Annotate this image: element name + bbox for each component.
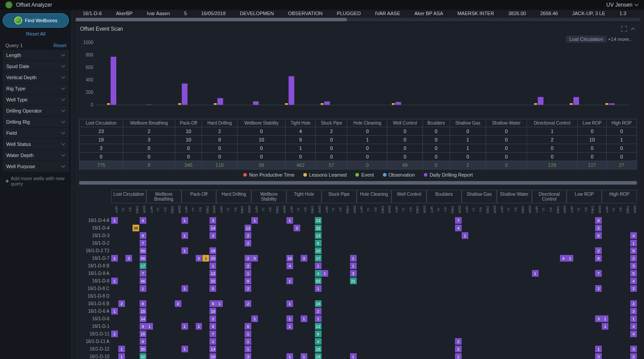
expand-icon[interactable] [621, 26, 627, 32]
legend-item[interactable]: Observation [383, 172, 415, 177]
svg-rect-11 [217, 98, 223, 105]
svg-rect-9 [182, 84, 188, 105]
filter-item[interactable]: Vertical Depth [3, 72, 69, 83]
chevron-down-icon [61, 64, 65, 69]
filter-item[interactable]: Well Status [3, 139, 69, 149]
panel-title: Offset Event Scan [80, 26, 123, 32]
heatmap-row: 16/1-D-61421111311 [79, 315, 637, 323]
heatmap-row: 16/1-D-8 A7121413175 [79, 270, 637, 277]
heatmap-row: 16/1-D-8 D [79, 292, 637, 300]
heatmap-row: 16/1-D-713562120251631714192 [79, 254, 637, 262]
legend-item[interactable]: Event [355, 172, 374, 177]
filter-item[interactable]: Water Depth [3, 150, 69, 161]
svg-rect-26 [573, 97, 579, 105]
legend-dot-icon [303, 173, 307, 177]
heatmap-row: 16/1-D-11 A91142 [79, 338, 637, 345]
legend-dot-icon [243, 173, 247, 177]
legend-item[interactable]: Non Productive Time [243, 172, 294, 177]
user-menu[interactable]: UV Jensen [606, 2, 639, 8]
svg-rect-17 [321, 103, 323, 105]
legend-dot-icon [355, 173, 359, 177]
filter-item[interactable]: Rig Type [3, 83, 69, 94]
chevron-down-icon [61, 164, 65, 169]
reset-all-link[interactable]: Reset All [3, 31, 69, 36]
chevron-down-icon [61, 97, 65, 102]
chevron-down-icon [61, 153, 65, 157]
svg-text:400: 400 [86, 77, 94, 82]
filter-tags: Lost Circulation +14 more.. [564, 36, 632, 42]
svg-rect-15 [285, 103, 288, 105]
svg-rect-10 [178, 103, 181, 105]
heatmap-row: 16/1-D-111157164 [79, 330, 637, 338]
filter-item[interactable]: Field [3, 128, 69, 138]
svg-rect-27 [570, 103, 572, 105]
heatmap-row: 16/1-D-8146229152214 [79, 277, 637, 285]
chevron-down-icon [61, 75, 65, 80]
svg-rect-29 [605, 103, 608, 105]
panel-header: Offset Event Scan [76, 23, 640, 35]
query-reset-link[interactable]: Reset [53, 43, 66, 48]
collapse-up-icon[interactable] [630, 26, 636, 32]
heatmap: Lost CirculationWellbore BreathingPack-O… [76, 186, 640, 359]
heatmap-row: 16/1-D-191119611214 [79, 323, 637, 330]
legend-dot-icon [383, 173, 386, 177]
svg-rect-7 [107, 103, 110, 105]
svg-rect-28 [609, 103, 615, 105]
chevron-down-icon [61, 131, 65, 135]
svg-rect-16 [324, 101, 330, 105]
chevron-down-icon [61, 86, 65, 91]
bar-chart: 02004006008001000 [82, 38, 634, 114]
svg-rect-13 [253, 101, 259, 105]
heatmap-row: 16/1-D-8 C1152122 [79, 285, 637, 292]
svg-text:1000: 1000 [83, 40, 93, 45]
find-wellbores-button[interactable]: Find Wellbores [3, 13, 69, 28]
filter-item[interactable]: Well Purpose [3, 161, 69, 172]
filter-item[interactable]: Spud Date [3, 61, 69, 72]
heatmap-scrollbar[interactable] [79, 181, 637, 185]
filter-item[interactable]: Drilling Operator [3, 105, 69, 116]
query-label: Query 1 [5, 43, 23, 48]
scrollbar-thumb[interactable] [79, 181, 637, 185]
heatmap-row: 16/1-D-3812213164 [79, 232, 637, 239]
content-area: 16/1-D-6 AkerBP Ivar Aasen 5 16/05/2018 … [72, 10, 644, 359]
top-data-row: 16/1-D-6 AkerBP Ivar Aasen 5 16/05/2018 … [72, 10, 644, 17]
legend-item[interactable]: Lessons Learned [303, 172, 346, 177]
heatmap-row: 16/1-D-27261 [79, 239, 637, 247]
chevron-down-icon [61, 120, 65, 124]
filter-list: LengthSpud DateVertical DepthRig TypeWel… [3, 50, 69, 172]
legend-dot-icon [424, 173, 427, 177]
plus-icon: + [5, 177, 9, 185]
filter-more[interactable]: +14 more.. [608, 36, 632, 42]
svg-rect-24 [538, 97, 543, 105]
svg-rect-14 [289, 76, 294, 105]
horizontal-scrollbar[interactable] [76, 18, 640, 21]
heatmap-category-header: Lost CirculationWellbore BreathingPack-O… [111, 190, 637, 203]
filter-tag[interactable]: Lost Circulation [566, 36, 607, 43]
chevron-down-icon [61, 53, 65, 57]
app-title: Offset Analyzer [16, 2, 52, 8]
sidebar: Find Wellbores Reset All Query 1 Reset L… [0, 10, 72, 359]
legend-item[interactable]: Daily Drilling Report [424, 172, 473, 177]
svg-rect-6 [111, 57, 117, 105]
filter-item[interactable]: Length [3, 50, 69, 61]
heatmap-row: 16/1-D-6 B2828121162 [79, 300, 637, 307]
chevron-down-icon [634, 3, 639, 7]
filter-item[interactable]: Well Type [3, 94, 69, 105]
heatmap-body: 16/1-D-4 A141311137816/1-D-4381412232421… [79, 217, 637, 359]
globe-icon [14, 16, 22, 24]
add-query-link[interactable]: + Add more wells with new query [3, 172, 69, 190]
heatmap-subcat-header: NPTLLEVOBSDDRNPTLLEVOBSDDRNPTLLEVOBSDDRN… [111, 203, 637, 216]
panel-actions [621, 26, 636, 32]
svg-rect-19 [395, 102, 401, 105]
svg-rect-25 [534, 103, 537, 105]
query-header: Query 1 Reset [3, 41, 69, 50]
filter-item[interactable]: Drilling Rig [3, 117, 69, 127]
svg-text:200: 200 [86, 90, 94, 95]
svg-rect-20 [392, 103, 394, 105]
scrollbar-thumb[interactable] [76, 18, 347, 21]
summary-table: Lost CirculationWellbore BreathingPack-O… [79, 119, 637, 169]
app-header: Offset Analyzer UV Jensen [0, 0, 644, 10]
chart-area: Lost Circulation +14 more.. 020040060080… [76, 35, 640, 119]
event-scan-panel: Offset Event Scan Lost Circulation +14 m… [76, 23, 640, 359]
chevron-down-icon [61, 109, 65, 113]
